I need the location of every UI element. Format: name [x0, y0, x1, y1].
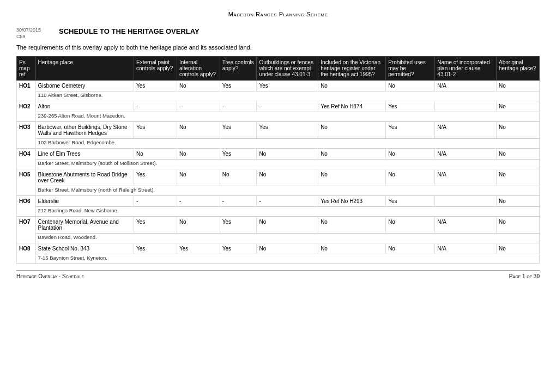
table-subrow: 212 Barringo Road, New Gisborne. [17, 207, 540, 217]
heading-row: 30/07/2015 C89 SCHEDULE TO THE HERITAGE … [16, 27, 540, 40]
table-subrow: 110 Aitken Street, Gisborne. [17, 91, 540, 101]
table-subrow: 7-15 Baynton Street, Kyneton. [17, 254, 540, 264]
header-int: Internal alteration controls apply? [177, 57, 220, 81]
cell-ext: No [134, 149, 177, 160]
cell-inc: No [318, 243, 386, 254]
cell-pro: No [386, 81, 435, 91]
cell-pro: Yes [386, 101, 435, 112]
cell-tree: No [220, 169, 257, 186]
cell-ps: HO2 [17, 101, 36, 122]
table-row: HO8 State School No. 343 Yes Yes Yes No … [17, 243, 540, 254]
cell-ps: HO7 [17, 217, 36, 243]
header-inc: Included on the Victorian heritage regis… [318, 57, 386, 81]
cell-pro: No [386, 169, 435, 186]
cell-name: N/A [435, 169, 497, 186]
cell-inc: Yes Ref No H874 [318, 101, 386, 112]
subtitle: The requirements of this overlay apply t… [16, 44, 540, 51]
header-ext: External paint controls apply? [134, 57, 177, 81]
header-tree: Tree controls apply? [220, 57, 257, 81]
cell-heritage-addr: Barker Street, Malmsbury (south of Molli… [35, 160, 539, 169]
cell-ext: Yes [134, 243, 177, 254]
cell-ab: No [497, 122, 540, 139]
cell-out: - [257, 196, 318, 207]
cell-ab: No [497, 217, 540, 234]
cell-ext: Yes [134, 122, 177, 139]
header-ab: Aboriginal heritage place? [497, 57, 540, 81]
cell-pro: No [386, 149, 435, 160]
cell-heritage-name: Line of Elm Trees [35, 149, 134, 160]
cell-ext: Yes [134, 217, 177, 234]
cell-tree: Yes [220, 217, 257, 234]
code: C89 [16, 34, 49, 40]
cell-inc: No [318, 81, 386, 91]
cell-heritage-addr: 110 Aitken Street, Gisborne. [35, 91, 539, 101]
footer-left: Heritage Overlay - Schedule [16, 273, 84, 279]
cell-heritage-name: Elderslie [35, 196, 134, 207]
table-subrow: Barker Street, Malmsbury (south of Molli… [17, 160, 540, 169]
cell-inc: No [318, 217, 386, 234]
cell-ab: No [497, 149, 540, 160]
cell-tree: Yes [220, 122, 257, 139]
cell-int: - [177, 101, 220, 112]
cell-tree: Yes [220, 243, 257, 254]
table-row: HO5 Bluestone Abutments to Road Bridge o… [17, 169, 540, 186]
cell-inc: No [318, 169, 386, 186]
cell-inc: No [318, 122, 386, 139]
cell-heritage-name: Alton [35, 101, 134, 112]
table-row: HO3 Barbower, other Buildings, Dry Stone… [17, 122, 540, 139]
cell-heritage-addr: 239-265 Alton Road, Mount Macedon. [35, 112, 539, 122]
heritage-table: Ps map ref Heritage place External paint… [16, 56, 540, 264]
cell-name [435, 101, 497, 112]
cell-tree: Yes [220, 149, 257, 160]
cell-out: No [257, 169, 318, 186]
cell-heritage-name: State School No. 343 [35, 243, 134, 254]
cell-heritage-name: Bluestone Abutments to Road Bridge over … [35, 169, 134, 186]
cell-heritage-addr: 7-15 Baynton Street, Kyneton. [35, 254, 539, 264]
cell-ps: HO8 [17, 243, 36, 264]
cell-inc: Yes Ref No H293 [318, 196, 386, 207]
cell-ext: - [134, 101, 177, 112]
cell-name: N/A [435, 122, 497, 139]
header-ps: Ps map ref [17, 57, 36, 81]
cell-ab: No [497, 169, 540, 186]
cell-ps: HO1 [17, 81, 36, 101]
cell-int: - [177, 196, 220, 207]
cell-ab: No [497, 243, 540, 254]
cell-ps: HO4 [17, 149, 36, 169]
table-row: HO4 Line of Elm Trees No No Yes No No No… [17, 149, 540, 160]
cell-ab: No [497, 196, 540, 207]
cell-name: N/A [435, 81, 497, 91]
cell-pro: Yes [386, 196, 435, 207]
date: 30/07/2015 [16, 27, 49, 34]
cell-ps: HO6 [17, 196, 36, 217]
cell-ext: Yes [134, 81, 177, 91]
cell-int: No [177, 122, 220, 139]
table-row: HO7 Centenary Memorial, Avenue and Plant… [17, 217, 540, 234]
cell-inc: No [318, 149, 386, 160]
table-subrow: Barker Street, Malmsbury (north of Ralei… [17, 186, 540, 196]
cell-tree: Yes [220, 81, 257, 91]
cell-tree: - [220, 101, 257, 112]
header-heritage: Heritage place [35, 57, 134, 81]
cell-name: N/A [435, 217, 497, 234]
table-subrow: 102 Barbower Road, Edgecombe. [17, 139, 540, 149]
document-title: Macedon Ranges Planning Scheme [16, 11, 540, 17]
cell-heritage-addr: 102 Barbower Road, Edgecombe. [35, 139, 539, 149]
table-header-row: Ps map ref Heritage place External paint… [17, 57, 540, 81]
cell-heritage-addr: 212 Barringo Road, New Gisborne. [35, 207, 539, 217]
cell-int: No [177, 169, 220, 186]
cell-ext: - [134, 196, 177, 207]
cell-out: No [257, 149, 318, 160]
cell-heritage-name: Barbower, other Buildings, Dry Stone Wal… [35, 122, 134, 139]
cell-pro: Yes [386, 122, 435, 139]
section-title: SCHEDULE TO THE HERITAGE OVERLAY [59, 27, 200, 35]
cell-tree: - [220, 196, 257, 207]
page: Macedon Ranges Planning Scheme 30/07/201… [0, 0, 556, 392]
table-subrow: Bawden Road, Woodend. [17, 234, 540, 243]
cell-out: Yes [257, 122, 318, 139]
footer-right: Page 1 of 30 [509, 273, 540, 279]
footer: Heritage Overlay - Schedule Page 1 of 30 [16, 271, 540, 279]
cell-out: - [257, 101, 318, 112]
cell-heritage-addr: Barker Street, Malmsbury (north of Ralei… [35, 186, 539, 196]
table-row: HO6 Elderslie - - - - Yes Ref No H293 Ye… [17, 196, 540, 207]
